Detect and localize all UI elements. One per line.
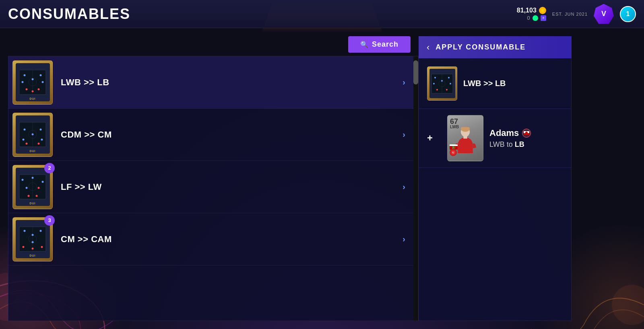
svg-point-18 (24, 129, 26, 131)
consumables-list[interactable]: DUI LWB >> LB › (8, 56, 413, 321)
selected-consumable-row: LWB >> LB (419, 58, 571, 109)
main-content: 🔍 Search (0, 28, 644, 329)
selected-consumable-name: LWB >> LB (463, 79, 506, 88)
player-name-row: Adams (489, 128, 531, 138)
svg-point-9 (22, 81, 24, 83)
player-name-section: Adams LWB to LB (489, 128, 531, 149)
apply-title: APPLY CONSUMABLE (436, 43, 526, 51)
svg-point-12 (26, 88, 28, 90)
to-position: LB (515, 140, 524, 148)
card-badge-count: 3 (44, 215, 55, 226)
svg-point-39 (40, 230, 42, 232)
fut-badge: 1 (620, 6, 636, 22)
consumable-card-inner: DUI (16, 220, 50, 258)
consumable-name: CM >> CAM (61, 234, 112, 245)
search-icon: 🔍 (360, 41, 369, 48)
chevron-right-icon: › (402, 78, 405, 87)
svg-point-31 (26, 187, 28, 189)
consumable-name: LF >> LW (61, 182, 102, 192)
player-rating: 67 (450, 118, 458, 125)
svg-point-60 (525, 132, 528, 135)
page-title: CONSUMABLES (8, 6, 130, 23)
svg-point-22 (41, 139, 43, 141)
svg-point-21 (23, 139, 25, 141)
svg-point-50 (433, 83, 435, 84)
left-panel: 🔍 Search (8, 36, 419, 321)
chevron-right-icon: › (402, 182, 405, 191)
svg-point-8 (40, 74, 42, 76)
consumable-card-inner: DUI (16, 63, 50, 101)
svg-point-53 (436, 89, 438, 90)
currency-block: 81,103 0 + (517, 7, 546, 21)
svg-point-10 (32, 78, 34, 80)
svg-point-48 (434, 77, 436, 78)
chevron-right-icon: › (402, 130, 405, 139)
consumable-item[interactable]: 3 (8, 213, 413, 265)
coin-icon (539, 7, 546, 14)
svg-point-42 (23, 246, 25, 248)
conversion-arrow: to (507, 140, 515, 148)
right-panel: ‹ APPLY CONSUMABLE (419, 36, 572, 321)
coins-display: 81,103 (517, 7, 546, 14)
player-section: + 67 LWB (419, 109, 571, 168)
points-display: 0 + (527, 15, 546, 21)
search-button[interactable]: 🔍 Search (348, 36, 411, 53)
svg-point-23 (26, 143, 28, 145)
consumable-item[interactable]: 2 (8, 161, 413, 213)
svg-point-52 (450, 83, 451, 84)
player-name: Adams (489, 128, 519, 138)
from-position: LWB (489, 140, 505, 148)
consumable-item[interactable]: DUI LWB >> LB › (8, 56, 413, 109)
svg-point-54 (446, 89, 448, 90)
svg-point-28 (22, 179, 24, 181)
svg-point-32 (38, 187, 40, 189)
back-icon: ‹ (427, 42, 429, 53)
svg-point-43 (32, 248, 34, 250)
player-card[interactable]: 67 LWB (447, 115, 483, 161)
card-badge-count: 2 (44, 163, 55, 173)
scroll-track[interactable] (413, 56, 418, 321)
selected-card-inner (429, 69, 455, 98)
team-badge-icon: V (601, 10, 606, 18)
points-value: 0 (527, 15, 530, 21)
search-label: Search (372, 40, 398, 49)
player-flag-icon (522, 129, 531, 138)
page-title-wrapper: CONSUMABLES (8, 6, 130, 23)
apply-body: LWB >> LB + 67 LWB (419, 58, 572, 321)
consumable-card-inner: DUI (16, 168, 50, 206)
card-image-wrapper: 3 (12, 217, 53, 261)
apply-header: ‹ APPLY CONSUMABLE (419, 36, 572, 58)
svg-point-7 (24, 74, 26, 76)
svg-rect-57 (463, 136, 467, 138)
consumable-card-inner: DUI (16, 115, 50, 154)
point-plus-icon: + (541, 15, 546, 21)
consumable-card: DUI (12, 113, 53, 157)
card-label: DUI (16, 254, 50, 257)
scroll-thumb[interactable] (413, 60, 418, 84)
svg-point-49 (448, 77, 450, 78)
svg-point-40 (32, 234, 34, 236)
svg-point-33 (28, 195, 30, 197)
back-button[interactable]: ‹ (427, 42, 429, 53)
svg-point-20 (32, 134, 34, 136)
plus-icon: + (427, 132, 439, 144)
team-badge[interactable]: V (594, 4, 614, 24)
card-image-wrapper: DUI (12, 60, 53, 105)
svg-point-24 (38, 143, 40, 145)
card-label: DUI (16, 97, 50, 100)
svg-point-29 (32, 177, 34, 179)
svg-point-38 (24, 230, 26, 232)
svg-point-44 (41, 246, 43, 248)
consumable-item[interactable]: DUI CDM >> CM › (8, 109, 413, 161)
card-image-wrapper: 2 (12, 165, 53, 209)
top-right: 81,103 0 + EST. JUN 2021 V 1 (517, 4, 636, 24)
coins-value: 81,103 (517, 7, 537, 14)
svg-point-34 (36, 195, 38, 197)
consumable-card: DUI (12, 60, 53, 105)
consumable-name: LWB >> LB (61, 77, 109, 88)
svg-point-41 (32, 241, 34, 243)
svg-point-19 (40, 129, 42, 131)
est-label: EST. JUN 2021 (552, 12, 588, 16)
player-club-badge: C (450, 149, 457, 156)
point-green-icon (533, 15, 538, 21)
